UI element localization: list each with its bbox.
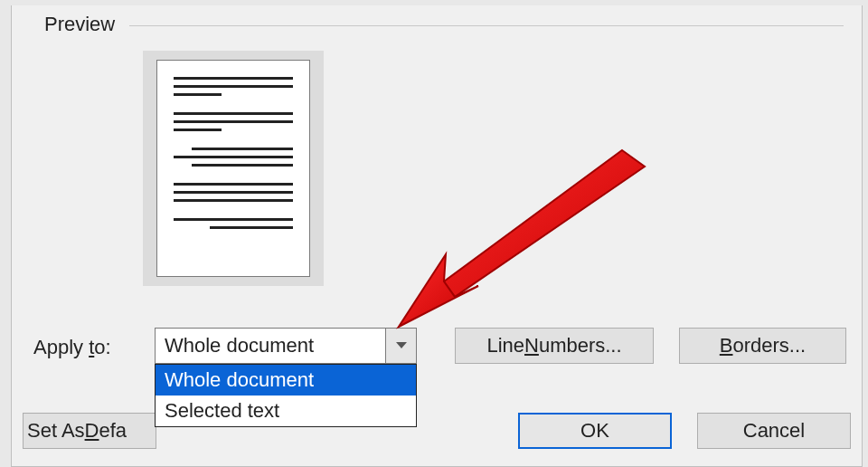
apply-to-option-whole-document[interactable]: Whole document — [156, 365, 416, 396]
chevron-down-icon[interactable] — [385, 329, 416, 363]
page-preview — [143, 51, 324, 286]
preview-group-label: Preview — [39, 13, 120, 36]
apply-to-selected-value: Whole document — [156, 334, 385, 357]
line-numbers-button[interactable]: Line Numbers... — [455, 328, 654, 364]
dialog-body: Preview — [11, 5, 863, 467]
preview-page-icon — [156, 60, 310, 277]
svg-marker-0 — [444, 150, 645, 297]
apply-to-combobox[interactable]: Whole document — [155, 328, 417, 364]
cancel-button[interactable]: Cancel — [697, 413, 851, 449]
borders-button[interactable]: Borders... — [679, 328, 846, 364]
apply-to-option-selected-text[interactable]: Selected text — [156, 396, 416, 426]
preview-group-divider — [129, 25, 844, 26]
set-as-default-button[interactable]: Set As Defa — [23, 413, 156, 449]
page-setup-dialog: Preview — [0, 0, 868, 467]
red-arrow-annotation — [392, 141, 654, 331]
svg-marker-1 — [399, 254, 478, 327]
apply-to-label: Apply to: — [33, 336, 111, 359]
apply-to-dropdown-list[interactable]: Whole document Selected text — [155, 364, 417, 427]
ok-button[interactable]: OK — [518, 413, 672, 449]
